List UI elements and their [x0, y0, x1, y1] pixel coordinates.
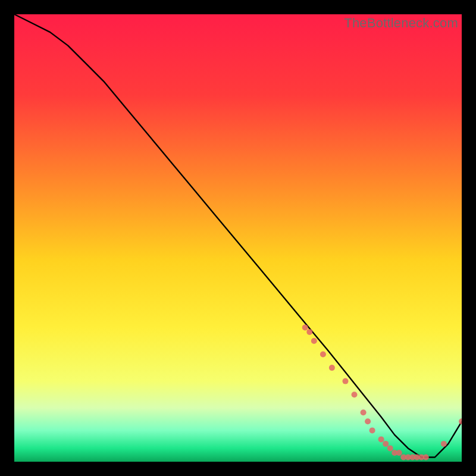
data-point — [343, 378, 349, 384]
bottleneck-chart — [14, 14, 462, 462]
watermark-text: TheBottleneck.com — [344, 15, 458, 31]
data-point — [311, 338, 317, 344]
data-point — [423, 455, 429, 461]
data-point — [306, 329, 312, 335]
data-point — [396, 450, 402, 456]
chart-frame: TheBottleneck.com — [14, 14, 462, 462]
gradient-background — [14, 14, 462, 462]
data-point — [387, 445, 393, 451]
data-point — [361, 409, 367, 415]
data-point — [302, 324, 308, 330]
data-point — [378, 436, 384, 442]
data-point — [329, 365, 335, 371]
data-point — [369, 427, 375, 433]
data-point — [441, 441, 447, 447]
data-point — [352, 392, 358, 397]
data-point — [383, 441, 389, 447]
data-point — [365, 418, 371, 424]
data-point — [320, 352, 326, 358]
